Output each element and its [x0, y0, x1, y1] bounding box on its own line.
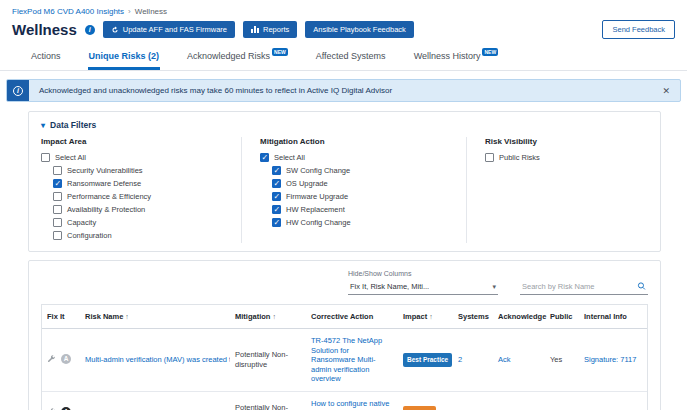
- filter-option-hw-replacement[interactable]: HW Replacement: [272, 204, 466, 215]
- filter-option-configuration[interactable]: Configuration: [53, 230, 241, 241]
- corrective-action-link[interactable]: TR-4572 The NetApp Solution for Ransomwa…: [311, 336, 382, 383]
- col-header-systems[interactable]: Systems: [453, 305, 493, 329]
- checkbox-hw-config-change[interactable]: [272, 218, 281, 227]
- checkbox-availability-protection[interactable]: [53, 205, 62, 214]
- checkbox-hw-replacement[interactable]: [272, 205, 281, 214]
- columns-dropdown[interactable]: Fix It, Risk Name, Miti... ▾: [348, 280, 498, 295]
- update-firmware-label: Update AFF and FAS Firmware: [123, 25, 227, 34]
- col-header-label: Acknowledge: [498, 312, 546, 321]
- filter-option-security-vulnerabilities[interactable]: Security Vulnerabilities: [53, 165, 241, 176]
- filter-group-mitigation-action: Mitigation Action Select All SW Config C…: [241, 137, 466, 243]
- filter-option-label: Public Risks: [499, 153, 540, 162]
- filter-option-hw-config-change[interactable]: HW Config Change: [272, 217, 466, 228]
- table-row: A Multi-admin verification (MAV) was cre…: [42, 329, 647, 392]
- filter-group-title: Risk Visibility: [485, 137, 648, 146]
- close-icon[interactable]: ✕: [652, 86, 680, 96]
- col-header-public[interactable]: Public: [545, 305, 579, 329]
- checkbox-select-all[interactable]: [41, 153, 50, 162]
- filter-group-title: Mitigation Action: [260, 137, 466, 146]
- mitigation-text: Potentially Non-disruptive: [235, 403, 288, 410]
- filter-option-public-risks[interactable]: Public Risks: [485, 152, 648, 163]
- filter-option-availability-protection[interactable]: Availability & Protection: [53, 204, 241, 215]
- col-header-label: Internal Info: [584, 312, 627, 321]
- sort-asc-icon: ↑: [429, 313, 433, 320]
- ack-link[interactable]: Ack: [498, 355, 511, 364]
- col-header-impact[interactable]: Impact↑: [398, 305, 453, 329]
- checkbox-configuration[interactable]: [53, 231, 62, 240]
- tab-label: Actions: [31, 51, 61, 61]
- checkbox-firmware-upgrade[interactable]: [272, 192, 281, 201]
- breadcrumb-root-link[interactable]: FlexPod M6 CVD A400 Insights: [12, 7, 124, 16]
- info-icon[interactable]: i: [85, 25, 95, 35]
- cell-impact: Medium: [398, 391, 453, 410]
- ansible-icon[interactable]: A: [61, 354, 71, 364]
- table-controls: Hide/Show Columns Fix It, Risk Name, Mit…: [41, 270, 648, 304]
- banner-info-icon: i: [7, 80, 29, 101]
- checkbox-capacity[interactable]: [53, 218, 62, 227]
- filter-option-label: Select All: [274, 153, 305, 162]
- checkbox-select-all[interactable]: [260, 153, 269, 162]
- cell-acknowledge: Ack: [493, 329, 545, 392]
- filter-option-label: OS Upgrade: [286, 179, 328, 188]
- caret-down-icon: ▾: [41, 121, 45, 130]
- data-filters-toggle[interactable]: ▾ Data Filters: [41, 120, 648, 130]
- filter-option-label: SW Config Change: [286, 166, 350, 175]
- filter-option-capacity[interactable]: Capacity: [53, 217, 241, 228]
- filter-option-label: Capacity: [67, 218, 96, 227]
- refresh-icon: [111, 26, 119, 34]
- filter-option-firmware-upgrade[interactable]: Firmware Upgrade: [272, 191, 466, 202]
- table-header-row: Fix It Risk Name↑ Mitigation↑ Corrective…: [42, 305, 647, 329]
- filter-option-select-all[interactable]: Select All: [41, 152, 241, 163]
- cell-fix-it: A: [42, 329, 80, 392]
- search-icon[interactable]: [637, 281, 646, 291]
- filter-option-label: Performance & Efficiency: [67, 192, 151, 201]
- col-header-acknowledge[interactable]: Acknowledge: [493, 305, 545, 329]
- corrective-action-link[interactable]: How to configure native Fpolicy in ONTAP…: [311, 399, 389, 410]
- col-header-mitigation[interactable]: Mitigation↑: [230, 305, 306, 329]
- col-header-corrective-action[interactable]: Corrective Action: [306, 305, 398, 329]
- filter-option-sw-config-change[interactable]: SW Config Change: [272, 165, 466, 176]
- checkbox-sw-config-change[interactable]: [272, 166, 281, 175]
- cell-internal-info: Signature: 5477: [579, 391, 647, 410]
- tab-unique-risks[interactable]: Unique Risks (2): [88, 48, 161, 70]
- filter-option-performance-efficiency[interactable]: Performance & Efficiency: [53, 191, 241, 202]
- checkbox-performance-efficiency[interactable]: [53, 192, 62, 201]
- filter-option-select-all[interactable]: Select All: [260, 152, 466, 163]
- checkbox-security-vulnerabilities[interactable]: [53, 166, 62, 175]
- reports-label: Reports: [263, 25, 289, 34]
- tab-affected-systems[interactable]: Affected Systems: [315, 48, 387, 70]
- breadcrumb: FlexPod M6 CVD A400 Insights › Wellness: [0, 0, 687, 16]
- col-header-risk-name[interactable]: Risk Name↑: [80, 305, 230, 329]
- bar-chart-icon: [251, 26, 259, 33]
- tab-acknowledged-risks[interactable]: Acknowledged Risks NEW: [186, 48, 289, 70]
- signature-link[interactable]: Signature: 7117: [584, 355, 636, 364]
- risk-name-link[interactable]: Multi-admin verification (MAV) was creat…: [85, 355, 230, 364]
- wrench-icon[interactable]: [47, 354, 56, 363]
- filter-option-label: Security Vulnerabilities: [67, 166, 143, 175]
- hide-show-columns-label: Hide/Show Columns: [348, 270, 498, 277]
- cell-systems: 2: [453, 391, 493, 410]
- reports-button[interactable]: Reports: [243, 21, 297, 38]
- update-firmware-button[interactable]: Update AFF and FAS Firmware: [103, 21, 235, 38]
- filter-option-os-upgrade[interactable]: OS Upgrade: [272, 178, 466, 189]
- checkbox-ransomware-defense[interactable]: [53, 179, 62, 188]
- col-header-label: Impact: [403, 312, 427, 321]
- col-header-fix-it[interactable]: Fix It: [42, 305, 80, 329]
- tab-actions[interactable]: Actions: [30, 48, 62, 70]
- send-feedback-button[interactable]: Send Feedback: [602, 20, 675, 39]
- ansible-feedback-button[interactable]: Ansible Playbook Feedback: [305, 21, 414, 38]
- systems-count-link[interactable]: 2: [458, 355, 462, 364]
- filter-option-ransomware-defense[interactable]: Ransomware Defense: [53, 178, 241, 189]
- tab-wellness-history[interactable]: Wellness History NEW: [413, 48, 500, 70]
- checkbox-public-risks[interactable]: [485, 153, 494, 162]
- col-header-internal-info[interactable]: Internal Info: [579, 305, 647, 329]
- col-header-label: Systems: [458, 312, 489, 321]
- sort-asc-icon: ↑: [272, 313, 276, 320]
- banner-message: Acknowledged and unacknowledged risks ma…: [29, 80, 652, 101]
- filter-option-label: Select All: [55, 153, 86, 162]
- filter-option-label: Availability & Protection: [67, 205, 145, 214]
- checkbox-os-upgrade[interactable]: [272, 179, 281, 188]
- ansible-letter: A: [64, 354, 69, 364]
- cell-internal-info: Signature: 7117: [579, 329, 647, 392]
- search-input[interactable]: [522, 282, 634, 291]
